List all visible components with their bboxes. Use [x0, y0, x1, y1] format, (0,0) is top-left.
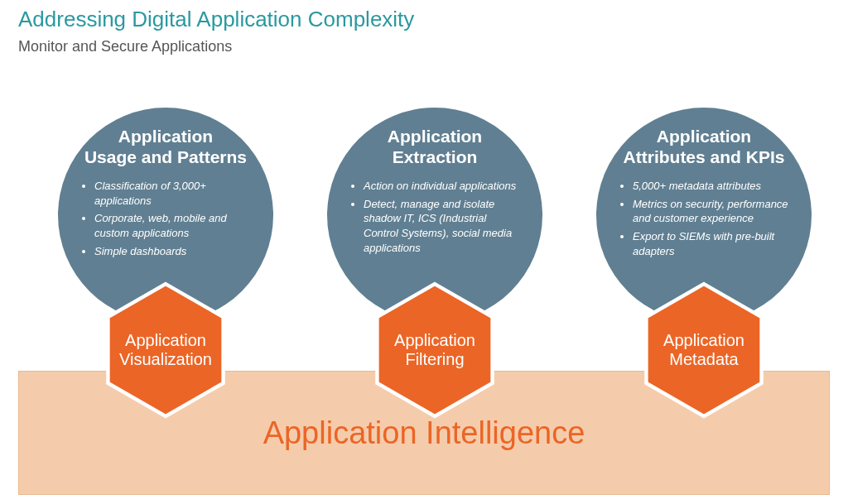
- circle-bullets: Action on individual applications Detect…: [345, 179, 524, 258]
- hexagon-label: Application Visualization: [104, 281, 227, 419]
- bullet: 5,000+ metadata attributes: [633, 179, 788, 194]
- hexagon-visualization: Application Visualization: [104, 281, 227, 419]
- bullet: Simple dashboards: [94, 244, 250, 259]
- circle-bullets: 5,000+ metadata attributes Metrics on se…: [614, 179, 793, 262]
- column-usage-patterns: Application Usage and Patterns Classific…: [50, 108, 282, 323]
- bullet: Detect, manage and isolate shadow IT, IC…: [364, 197, 519, 255]
- slide-subtitle: Monitor and Secure Applications: [18, 38, 232, 55]
- bullet: Action on individual applications: [364, 179, 519, 194]
- slide: Addressing Digital Application Complexit…: [0, 0, 848, 504]
- base-band-label: Application Intelligence: [263, 415, 585, 451]
- circle-title: Application Extraction: [345, 126, 524, 167]
- hexagon-filtering: Application Filtering: [373, 281, 496, 419]
- hexagon-label: Application Filtering: [373, 281, 496, 419]
- bullet: Classification of 3,000+ applications: [94, 179, 250, 208]
- circle-title: Application Usage and Patterns: [76, 126, 255, 167]
- circle-bullets: Classification of 3,000+ applications Co…: [76, 179, 255, 262]
- hexagon-label: Application Metadata: [643, 281, 765, 419]
- bullet: Corporate, web, mobile and custom applic…: [94, 211, 250, 240]
- hexagon-metadata: Application Metadata: [643, 281, 765, 419]
- column-attributes-kpis: Application Attributes and KPIs 5,000+ m…: [588, 108, 820, 323]
- column-extraction: Application Extraction Action on individ…: [319, 108, 551, 323]
- bullet: Export to SIEMs with pre-built adapters: [633, 229, 788, 258]
- bullet: Metrics on security, performance and cus…: [633, 197, 788, 226]
- circle-title: Application Attributes and KPIs: [614, 126, 793, 167]
- slide-title: Addressing Digital Application Complexit…: [18, 7, 414, 32]
